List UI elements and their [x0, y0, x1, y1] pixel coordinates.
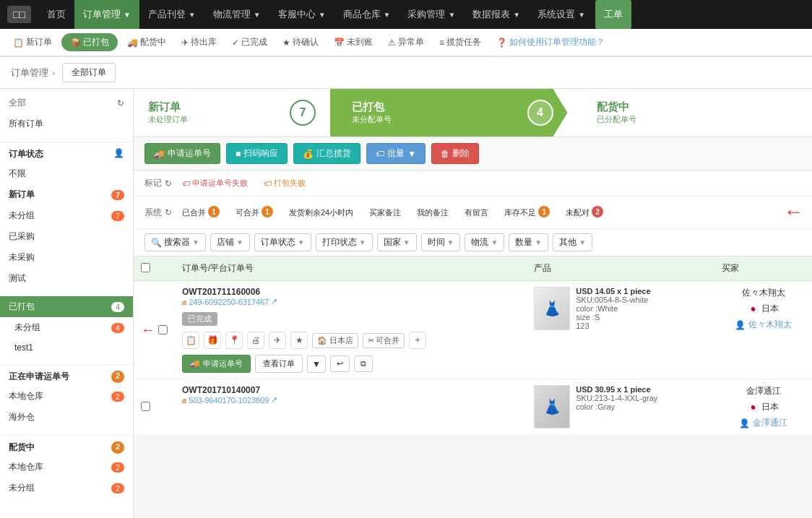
filter-order-status[interactable]: 订单状态 ▼ [254, 233, 311, 251]
sidebar-item-new-order[interactable]: 新订单 7 [0, 184, 133, 205]
order1-shop-tag[interactable]: 🏠 日本店 [312, 333, 358, 348]
status-step-new[interactable]: 新订单 未处理订单 7 [134, 89, 330, 137]
order1-icon-copy[interactable]: 📋 [182, 332, 199, 349]
order1-btn-view[interactable]: 查看订单 [255, 355, 303, 373]
nav-warehouse[interactable]: 商品仓库 ▼ [334, 0, 399, 29]
breadcrumb-current[interactable]: 全部订单 [62, 63, 116, 82]
toolbar: 🚚 申请运单号 ■ 扫码响应 💰 汇总揽货 🏷 批量 ▼ 🗑 删除 [134, 137, 812, 170]
th-checkbox [134, 256, 175, 281]
sidebar-distributing-title: 配货中 2 [0, 435, 133, 457]
subnav-new-order[interactable]: 📋 新订单 [7, 33, 58, 51]
order1-icon-plane[interactable]: ✈ [269, 332, 286, 349]
sidebar-item-dist-ungroup[interactable]: 未分组 2 [0, 478, 133, 498]
btn-collect-cargo[interactable]: 💰 汇总揽货 [293, 143, 360, 164]
mark-refresh-icon[interactable]: ↻ [165, 178, 172, 189]
cargo-icon: 💰 [303, 149, 314, 159]
status-step-packed[interactable]: 已打包 未分配单号 4 [330, 89, 567, 137]
sidebar-item-ungroup[interactable]: 未分组 7 [0, 205, 133, 226]
order2-thumb: 👗 [534, 385, 570, 428]
system-refresh-icon[interactable]: ↻ [165, 207, 172, 217]
order1-platform-id[interactable]: 249-6092250-6317467 [189, 298, 269, 306]
sidebar-refresh-icon[interactable]: ↻ [117, 98, 124, 108]
subnav-abnormal[interactable]: ⚠ 异常单 [382, 33, 430, 51]
sidebar-item-local-warehouse[interactable]: 本地仓库 2 [0, 386, 133, 407]
sidebar-item-test[interactable]: 测试 [0, 268, 133, 289]
sidebar-item-test1[interactable]: test1 [0, 338, 133, 357]
subnav-outbound[interactable]: ✈ 待出库 [176, 33, 223, 51]
sidebar-item-unpurchased[interactable]: 未采购 [0, 247, 133, 268]
order2-checkbox[interactable] [141, 402, 150, 411]
nav-workorder[interactable]: 工单 [595, 0, 631, 29]
order2-buyer-link[interactable]: 金澤通江 [753, 417, 787, 429]
order1-icon-gift[interactable]: 🎁 [204, 332, 221, 349]
nav-home[interactable]: 首页 [38, 0, 74, 29]
tag-waybill-fail[interactable]: 🏷 申请运单号失败 [176, 176, 254, 190]
order1-checkbox[interactable] [158, 325, 168, 334]
sidebar-item-purchased[interactable]: 已采购 [0, 226, 133, 247]
filter-other[interactable]: 其他 ▼ [553, 233, 592, 251]
order1-btn-back[interactable]: ↩ [330, 355, 350, 372]
btn-scan-response[interactable]: ■ 扫码响应 [226, 143, 288, 164]
nav-customer[interactable]: 客服中心 ▼ [269, 0, 334, 29]
btn-batch[interactable]: 🏷 批量 ▼ [366, 143, 426, 164]
sidebar-item-overseas[interactable]: 海外仓 [0, 407, 133, 428]
tag-has-message[interactable]: 有留言 [459, 206, 494, 220]
subnav-pending-confirm[interactable]: ★ 待确认 [277, 33, 324, 51]
order1-btn-apply-waybill[interactable]: 🚚 申请运单号 [182, 355, 251, 373]
filter-time[interactable]: 时间 ▼ [421, 233, 461, 251]
tag-my-note[interactable]: 我的备注 [411, 206, 454, 220]
subnav-completed[interactable]: ✓ 已完成 [226, 33, 273, 51]
filter-logistics[interactable]: 物流 ▼ [465, 233, 504, 251]
filter-shop[interactable]: 店铺 ▼ [210, 233, 250, 251]
filter-search[interactable]: 🔍 搜索器 ▼ [144, 233, 206, 251]
order1-icon-pin[interactable]: 📍 [225, 332, 243, 349]
nav-reports[interactable]: 数据报表 ▼ [464, 0, 529, 29]
select-all-checkbox[interactable] [141, 263, 150, 272]
view-arrow[interactable]: ▼ [307, 355, 326, 373]
step-packed-sub: 未分配单号 [352, 114, 392, 125]
tag-unmatched[interactable]: 未配对2 [560, 205, 609, 220]
tag-buyer-note[interactable]: 买家备注 [363, 206, 407, 220]
sidebar-item-packed-ungroup[interactable]: 未分组 4 [0, 317, 133, 338]
step-packed-count: 4 [527, 100, 553, 126]
external-link1-icon[interactable]: ↗ [271, 297, 277, 306]
subnav-unpaid[interactable]: 📅 未到账 [328, 33, 379, 51]
btn-delete[interactable]: 🗑 删除 [431, 143, 479, 164]
subnav-shipping[interactable]: 🚚 配货中 [121, 33, 172, 51]
subnav-help[interactable]: ❓ 如何使用订单管理功能？ [491, 33, 610, 51]
status-step-shipping[interactable]: 配货中 已分配单号 [568, 89, 812, 137]
sidebar-item-all-orders[interactable]: 所有订单 [0, 113, 133, 134]
sidebar-item-unlimited[interactable]: 不限 [0, 163, 133, 184]
tag-pack-fail[interactable]: 🏷 打包失败 [258, 176, 311, 190]
nav-orders[interactable]: 订单管理 ▼ [74, 0, 139, 29]
filter-print-status[interactable]: 打印状态 ▼ [316, 233, 373, 251]
filter-country[interactable]: 国家 ▼ [377, 233, 417, 251]
sidebar-item-dist-local[interactable]: 本地仓库 2 [0, 457, 133, 478]
tag-mergeable[interactable]: 可合并1 [230, 205, 279, 220]
order2-platform-id[interactable]: 503-9640170-1023809 [189, 396, 269, 405]
btn-apply-waybill[interactable]: 🚚 申请运单号 [144, 143, 220, 164]
order1-icon-print[interactable]: 🖨 [247, 332, 264, 349]
nav-settings[interactable]: 系统设置 ▼ [529, 0, 594, 29]
subnav-pickup[interactable]: ≡ 揽货任务 [433, 33, 487, 51]
sidebar-item-packed[interactable]: 已打包 4 [0, 296, 133, 317]
tag-low-stock[interactable]: 库存不足1 [498, 205, 556, 220]
sidebar-packed-section: 已打包 4 未分组 4 test1 [0, 293, 133, 361]
order1-btn-copy2[interactable]: ⧉ [354, 355, 373, 372]
order1-buyer-link[interactable]: 佐々木翔太 [748, 319, 792, 331]
app-logo: □□ [7, 6, 31, 23]
subnav-packed[interactable]: 📦 已打包 [61, 33, 118, 51]
tag-24h[interactable]: 发货剩余24小时内 [283, 206, 359, 220]
nav-products[interactable]: 产品刊登 ▼ [139, 0, 204, 29]
external-link2-icon[interactable]: ↗ [271, 395, 277, 405]
order1-icon-add[interactable]: + [409, 332, 426, 349]
order1-merge-tag[interactable]: ✂ 可合并 [363, 333, 405, 348]
nav-logistics[interactable]: 物流管理 ▼ [204, 0, 269, 29]
order2-buyer-icon: 👤 [739, 418, 750, 428]
tag-merged[interactable]: 已合并1 [176, 205, 225, 220]
order1-icon-star[interactable]: ★ [290, 332, 308, 349]
nav-reports-arrow: ▼ [513, 11, 520, 19]
nav-purchase[interactable]: 采购管理 ▼ [399, 0, 464, 29]
filter-quantity[interactable]: 数量 ▼ [509, 233, 548, 251]
breadcrumb-parent[interactable]: 订单管理 [11, 66, 48, 79]
